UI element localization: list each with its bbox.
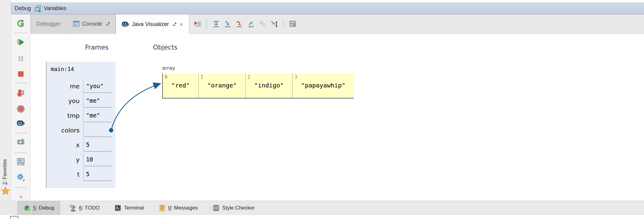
close-tab-icon[interactable]: × bbox=[179, 21, 184, 27]
tab-console-label: Console bbox=[82, 21, 102, 27]
frames-heading: Frames bbox=[85, 44, 108, 51]
frame-title: main:14 bbox=[48, 66, 115, 72]
run-to-cursor-button[interactable] bbox=[270, 20, 278, 28]
toolbox-partial-icon bbox=[10, 216, 18, 219]
output-indicator-icon bbox=[105, 21, 110, 27]
stop-button[interactable] bbox=[17, 70, 25, 78]
objects-heading: Objects bbox=[153, 44, 177, 51]
settings-gear-button[interactable] bbox=[17, 173, 25, 182]
pause-program-button[interactable] bbox=[17, 54, 25, 63]
separator bbox=[15, 152, 27, 153]
separator bbox=[15, 133, 27, 133]
statusbar-item-label: 6: TODO bbox=[79, 205, 99, 211]
variables-tab[interactable]: Variables bbox=[34, 5, 66, 12]
debug-tab-bar: Debugger Console bbox=[31, 14, 644, 34]
frame-variables: me"you" you"me" tmp"me" colors x5 y10 t5 bbox=[48, 80, 115, 181]
java-visualizer-panel: Frames Objects main:14 me"you" you"me" t… bbox=[31, 34, 644, 200]
tab-java-visualizer-label: Java Visualizer bbox=[132, 21, 169, 28]
show-execution-point-button[interactable] bbox=[194, 20, 202, 28]
separator bbox=[207, 20, 207, 28]
messages-icon bbox=[159, 204, 166, 212]
java-visualizer-icon bbox=[122, 21, 129, 28]
variable-row-reference: colors bbox=[48, 124, 115, 137]
statusbar-item-label: 5: Debug bbox=[33, 205, 54, 211]
statusbar-item-todo[interactable]: 6: TODO bbox=[64, 201, 105, 215]
debug-tool-window: Debug Variables 2: Favorites bbox=[0, 0, 644, 219]
debugger-sidebar: » bbox=[11, 14, 31, 200]
array-cell: 1"orange" bbox=[198, 73, 245, 98]
statusbar-item-terminal[interactable]: Terminal bbox=[109, 201, 149, 215]
step-over-button[interactable] bbox=[212, 20, 220, 28]
evaluate-expression-button[interactable] bbox=[289, 20, 297, 28]
tab-console[interactable]: Console bbox=[67, 14, 116, 33]
step-into-button[interactable] bbox=[224, 20, 232, 28]
toolwindow-status-bar: 5: Debug 6: TODO bbox=[0, 201, 644, 215]
style-checker-icon bbox=[212, 204, 220, 212]
variable-row: me"you" bbox=[48, 80, 115, 93]
output-indicator-icon bbox=[171, 22, 177, 27]
restore-layout-button[interactable] bbox=[17, 157, 25, 166]
java-visualizer-button[interactable] bbox=[17, 119, 25, 127]
resume-program-button[interactable] bbox=[17, 38, 25, 46]
variable-row: x5 bbox=[48, 138, 115, 152]
stepping-toolbar bbox=[194, 14, 297, 33]
favorites-star-icon[interactable] bbox=[1, 187, 10, 195]
tab-java-visualizer[interactable]: Java Visualizer × bbox=[116, 14, 189, 34]
variable-row: t5 bbox=[48, 168, 115, 181]
tab-debugger-label: Debugger bbox=[36, 21, 61, 27]
statusbar-item-label: 0: Messages bbox=[168, 205, 198, 211]
variable-row: y10 bbox=[48, 153, 115, 166]
separator bbox=[15, 83, 27, 83]
toolwindow-header: Debug Variables bbox=[11, 3, 644, 14]
variables-tab-label: Variables bbox=[44, 5, 66, 12]
tab-debugger[interactable]: Debugger bbox=[31, 14, 66, 33]
bottom-edge bbox=[0, 215, 644, 219]
separator bbox=[15, 187, 27, 188]
drop-frame-button[interactable] bbox=[259, 20, 267, 28]
console-icon bbox=[73, 20, 80, 27]
stack-frame: main:14 me"you" you"me" tmp"me" colors x… bbox=[46, 62, 115, 188]
view-breakpoints-button[interactable] bbox=[17, 89, 25, 97]
force-step-into-button[interactable] bbox=[235, 20, 243, 28]
statusbar-item-style-checker[interactable]: Style Checker bbox=[207, 201, 260, 215]
heap-object-type-label: array bbox=[162, 65, 175, 71]
top-edge bbox=[0, 0, 644, 3]
debug-bug-icon bbox=[23, 204, 31, 212]
array-cell: 2"indigo" bbox=[245, 73, 292, 98]
todo-person-icon bbox=[69, 204, 77, 212]
variable-row: you"me" bbox=[48, 94, 115, 108]
heap-array: 0"red" 1"orange" 2"indigo" 3"papayawhip" bbox=[162, 73, 354, 98]
favorites-toolwindow-button[interactable]: 2: Favorites bbox=[2, 159, 8, 185]
toolwindow-title: Debug bbox=[15, 5, 31, 12]
variables-icon bbox=[34, 5, 42, 12]
array-cell: 0"red" bbox=[163, 73, 198, 98]
separator bbox=[283, 20, 284, 28]
terminal-icon bbox=[114, 204, 122, 212]
statusbar-item-label: Style Checker bbox=[222, 205, 255, 211]
separator bbox=[15, 32, 27, 33]
array-cell: 3"papayawhip" bbox=[292, 73, 354, 98]
statusbar-item-messages[interactable]: 0: Messages bbox=[153, 201, 203, 215]
variable-row: tmp"me" bbox=[48, 109, 115, 122]
thread-dump-button[interactable] bbox=[17, 138, 25, 146]
more-actions-button[interactable]: » bbox=[17, 193, 25, 200]
statusbar-item-debug[interactable]: 5: Debug bbox=[17, 201, 60, 215]
statusbar-item-label: Terminal bbox=[124, 205, 144, 211]
mute-breakpoints-button[interactable] bbox=[17, 105, 25, 113]
rerun-button[interactable] bbox=[17, 19, 25, 28]
step-out-button[interactable] bbox=[247, 20, 255, 28]
